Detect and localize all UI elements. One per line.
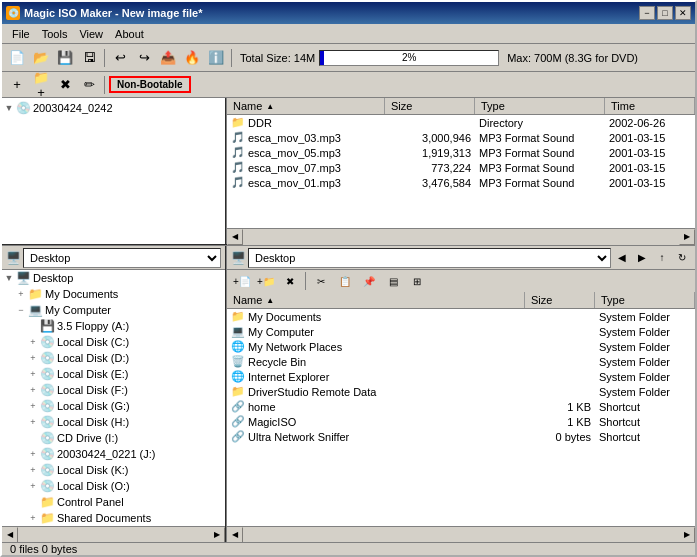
hscroll-track[interactable] [243, 229, 679, 245]
hscroll-right[interactable]: ▶ [679, 229, 695, 245]
col-time[interactable]: Time [605, 98, 695, 114]
dt-cut[interactable]: ✂ [310, 270, 332, 292]
dt-paste[interactable]: 📌 [358, 270, 380, 292]
tree-item[interactable]: + 💿 20030424_0221 (J:) [2, 446, 225, 462]
dt-hscroll-left[interactable]: ◀ [227, 527, 243, 543]
dt-file-icon: 📁 [231, 310, 245, 323]
col-type[interactable]: Type [475, 98, 605, 114]
iso-file-name: 📁 DDR [227, 115, 385, 130]
bootable-button[interactable]: Non-Bootable [109, 76, 191, 93]
iso-file-row[interactable]: 📁 DDR Directory 2002-06-26 [227, 115, 695, 130]
redo-button[interactable]: ↪ [133, 47, 155, 69]
iso-file-row[interactable]: 🎵 esca_mov_03.mp3 3,000,946 MP3 Format S… [227, 130, 695, 145]
desktop-refresh[interactable]: ↻ [673, 249, 691, 267]
dt-file-name-text: Ultra Network Sniffer [248, 431, 349, 443]
menu-tools[interactable]: Tools [36, 26, 74, 42]
minimize-button[interactable]: − [639, 6, 655, 20]
dt-file-size [525, 346, 595, 348]
desktop-file-row[interactable]: 📁 DriverStudio Remote Data System Folder [227, 384, 695, 399]
explorer-tree-pane: 🖥️ Desktop ▼ 🖥️ Desktop + 📁 My Documents… [2, 246, 227, 542]
iso-file-row[interactable]: 🎵 esca_mov_01.mp3 3,476,584 MP3 Format S… [227, 175, 695, 190]
undo-button[interactable]: ↩ [109, 47, 131, 69]
dt-del[interactable]: ✖ [279, 270, 301, 292]
dt-file-type: System Folder [595, 385, 695, 399]
dt-addfolder[interactable]: +📁 [255, 270, 277, 292]
delete-button[interactable]: ✖ [54, 74, 76, 96]
tree-item[interactable]: + 💿 Local Disk (K:) [2, 462, 225, 478]
tree-item[interactable]: 💿 CD Drive (I:) [2, 430, 225, 446]
close-button[interactable]: ✕ [675, 6, 691, 20]
tree-item[interactable]: 📁 Control Panel [2, 494, 225, 510]
desktop-file-row[interactable]: 🗑️ Recycle Bin System Folder [227, 354, 695, 369]
tree-item[interactable]: + 💿 Local Disk (E:) [2, 366, 225, 382]
app-window: 💿 Magic ISO Maker - New image file* − □ … [0, 0, 697, 557]
expand-btn: + [28, 337, 38, 347]
tree-item[interactable]: + 📁 Shared Documents [2, 510, 225, 526]
iso-file-row[interactable]: 🎵 esca_mov_05.mp3 1,919,313 MP3 Format S… [227, 145, 695, 160]
dt-file-type: System Folder [595, 325, 695, 339]
exp-hscroll-right[interactable]: ▶ [209, 527, 225, 543]
explorer-hscroll[interactable]: ◀ ▶ [2, 526, 225, 542]
new-button[interactable]: 📄 [6, 47, 28, 69]
menu-file[interactable]: File [6, 26, 36, 42]
tree-item[interactable]: + 💿 Local Disk (F:) [2, 382, 225, 398]
tree-item[interactable]: + 💿 Local Disk (C:) [2, 334, 225, 350]
extract-button[interactable]: 📤 [157, 47, 179, 69]
desktop-fwd[interactable]: ▶ [633, 249, 651, 267]
desktop-file-row[interactable]: 🔗 home 1 KB Shortcut [227, 399, 695, 414]
save-button[interactable]: 💾 [54, 47, 76, 69]
menu-about[interactable]: About [109, 26, 150, 42]
dt-view2[interactable]: ⊞ [406, 270, 428, 292]
iso-file-header: Name ▲ Size Type Time [227, 98, 695, 115]
desktop-dropdown[interactable]: Desktop [248, 248, 611, 268]
desktop-file-row[interactable]: 💻 My Computer System Folder [227, 324, 695, 339]
tree-item[interactable]: 💾 3.5 Floppy (A:) [2, 318, 225, 334]
dt-col-name[interactable]: Name ▲ [227, 292, 525, 308]
add-files-button[interactable]: + [6, 74, 28, 96]
expand-btn: + [28, 513, 38, 523]
tree-item[interactable]: + 💿 Local Disk (O:) [2, 478, 225, 494]
tree-item[interactable]: + 💿 Local Disk (G:) [2, 398, 225, 414]
maximize-button[interactable]: □ [657, 6, 673, 20]
tree-item-icon: 💿 [40, 415, 55, 429]
desktop-hscroll[interactable]: ◀ ▶ [227, 526, 695, 542]
dt-col-size[interactable]: Size [525, 292, 595, 308]
menu-view[interactable]: View [73, 26, 109, 42]
col-size[interactable]: Size [385, 98, 475, 114]
props-button[interactable]: ℹ️ [205, 47, 227, 69]
burn-button[interactable]: 🔥 [181, 47, 203, 69]
desktop-file-row[interactable]: 🌐 My Network Places System Folder [227, 339, 695, 354]
hscroll-left[interactable]: ◀ [227, 229, 243, 245]
desktop-file-row[interactable]: 🔗 Ultra Network Sniffer 0 bytes Shortcut [227, 429, 695, 444]
desktop-file-row[interactable]: 🌐 Internet Explorer System Folder [227, 369, 695, 384]
iso-root-item[interactable]: ▼ 💿 20030424_0242 [4, 100, 223, 116]
dt-file-icon: 🌐 [231, 340, 245, 353]
tree-item[interactable]: ▼ 🖥️ Desktop [2, 270, 225, 286]
iso-hscroll[interactable]: ◀ ▶ [227, 228, 695, 244]
tree-item[interactable]: + 💿 Local Disk (D:) [2, 350, 225, 366]
dt-file-type: Shortcut [595, 415, 695, 429]
save-as-button[interactable]: 🖫 [78, 47, 100, 69]
iso-file-row[interactable]: 🎵 esca_mov_07.mp3 773,224 MP3 Format Sou… [227, 160, 695, 175]
dt-file-type: Shortcut [595, 430, 695, 444]
rename-button[interactable]: ✏ [78, 74, 100, 96]
tree-item[interactable]: + 📁 My Documents [2, 286, 225, 302]
address-dropdown[interactable]: Desktop [23, 248, 221, 268]
exp-hscroll-track[interactable] [18, 527, 209, 543]
col-name[interactable]: Name ▲ [227, 98, 385, 114]
desktop-back[interactable]: ◀ [613, 249, 631, 267]
dt-hscroll-track[interactable] [243, 527, 679, 543]
dt-add[interactable]: +📄 [231, 270, 253, 292]
desktop-up[interactable]: ↑ [653, 249, 671, 267]
exp-hscroll-left[interactable]: ◀ [2, 527, 18, 543]
dt-hscroll-right[interactable]: ▶ [679, 527, 695, 543]
dt-copy[interactable]: 📋 [334, 270, 356, 292]
add-folder-button[interactable]: 📁+ [30, 74, 52, 96]
tree-item[interactable]: − 💻 My Computer [2, 302, 225, 318]
desktop-file-row[interactable]: 📁 My Documents System Folder [227, 309, 695, 324]
desktop-file-row[interactable]: 🔗 MagicISO 1 KB Shortcut [227, 414, 695, 429]
dt-view1[interactable]: ▤ [382, 270, 404, 292]
dt-col-type[interactable]: Type [595, 292, 695, 308]
tree-item[interactable]: + 💿 Local Disk (H:) [2, 414, 225, 430]
open-button[interactable]: 📂 [30, 47, 52, 69]
